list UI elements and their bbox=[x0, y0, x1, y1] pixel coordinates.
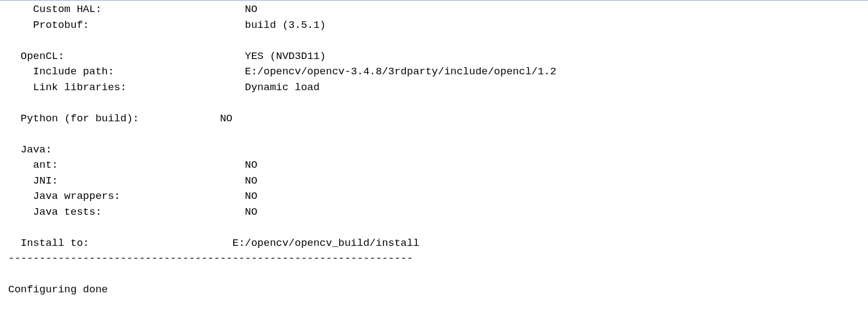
pad bbox=[120, 189, 245, 204]
config-label: OpenCL: bbox=[21, 49, 64, 64]
config-value: YES (NVD3D11) bbox=[245, 49, 326, 64]
config-line: Include path: E:/opencv/opencv-3.4.8/3rd… bbox=[8, 64, 868, 80]
config-label: Custom HAL: bbox=[33, 2, 102, 17]
pad bbox=[64, 49, 245, 64]
config-value: build (3.5.1) bbox=[245, 17, 326, 33]
config-value: NO bbox=[220, 111, 233, 127]
config-line bbox=[8, 33, 868, 49]
config-line: JNI: NO bbox=[8, 173, 868, 189]
configuring-done: Configuring done bbox=[8, 282, 868, 298]
indent bbox=[8, 142, 21, 158]
config-label: Include path: bbox=[33, 64, 114, 80]
pad bbox=[127, 80, 245, 96]
pad bbox=[139, 111, 220, 127]
config-value: NO bbox=[245, 157, 257, 173]
indent bbox=[8, 64, 33, 80]
config-label: Java wrappers: bbox=[33, 189, 121, 204]
config-label: Protobuf: bbox=[33, 17, 90, 33]
config-label: Link libraries: bbox=[33, 80, 127, 96]
config-line: Java wrappers: NO bbox=[8, 189, 868, 204]
indent bbox=[8, 189, 33, 204]
config-line: Python (for build): NO bbox=[8, 111, 868, 127]
pad bbox=[102, 2, 245, 17]
pad bbox=[102, 204, 245, 220]
blank-line bbox=[8, 267, 868, 282]
config-value: NO bbox=[245, 204, 257, 220]
config-line: Protobuf: build (3.5.1) bbox=[8, 17, 868, 33]
indent bbox=[8, 80, 33, 96]
config-line: Install to: E:/opencv/opencv_build/insta… bbox=[8, 235, 868, 251]
config-line: ant: NO bbox=[8, 157, 868, 173]
pad bbox=[58, 173, 245, 189]
config-value: NO bbox=[245, 189, 257, 204]
indent bbox=[8, 17, 33, 33]
config-line: OpenCL: YES (NVD3D11) bbox=[8, 49, 868, 64]
separator-line: ----------------------------------------… bbox=[8, 251, 868, 267]
config-label: Install to: bbox=[21, 235, 89, 251]
pad bbox=[89, 235, 232, 251]
config-label: Java: bbox=[21, 142, 52, 158]
config-label: Java tests: bbox=[33, 204, 102, 220]
indent bbox=[8, 49, 21, 64]
config-label: ant: bbox=[33, 157, 58, 173]
config-label: Python (for build): bbox=[21, 111, 139, 127]
config-value: NO bbox=[245, 173, 257, 189]
indent bbox=[8, 2, 33, 17]
config-value: NO bbox=[245, 2, 257, 17]
cmake-configure-output: Custom HAL: NO Protobuf: build (3.5.1) O… bbox=[0, 2, 868, 298]
config-line: Link libraries: Dynamic load bbox=[8, 80, 868, 96]
pad bbox=[89, 17, 245, 33]
config-line: Java: bbox=[8, 142, 868, 158]
indent bbox=[8, 235, 21, 251]
indent bbox=[8, 157, 33, 173]
config-value: E:/opencv/opencv-3.4.8/3rdparty/include/… bbox=[245, 64, 556, 80]
config-value: E:/opencv/opencv_build/install bbox=[232, 235, 419, 251]
config-line bbox=[8, 220, 868, 235]
config-line: Java tests: NO bbox=[8, 204, 868, 220]
config-line bbox=[8, 95, 868, 111]
indent bbox=[8, 204, 33, 220]
pad bbox=[114, 64, 245, 80]
config-line: Custom HAL: NO bbox=[8, 2, 868, 17]
pad bbox=[58, 157, 245, 173]
config-line bbox=[8, 126, 868, 142]
indent bbox=[8, 173, 33, 189]
indent bbox=[8, 111, 21, 127]
config-label: JNI: bbox=[33, 173, 58, 189]
config-value: Dynamic load bbox=[245, 80, 320, 96]
